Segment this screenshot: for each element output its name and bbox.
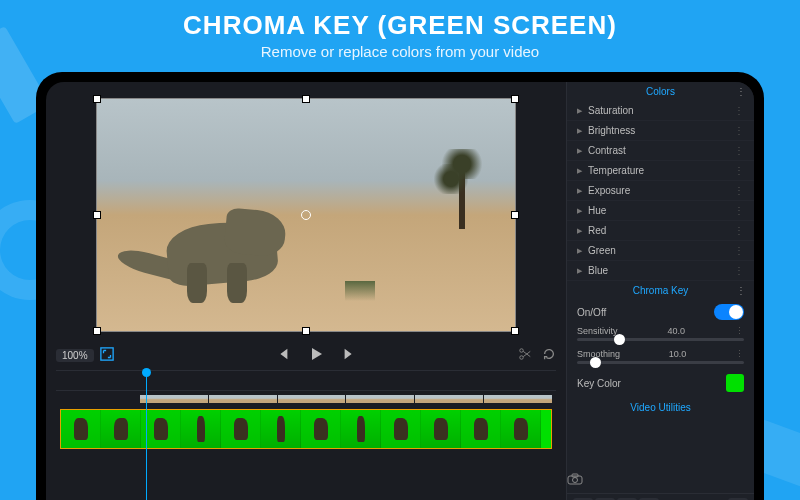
fullscreen-icon[interactable]: [100, 347, 114, 363]
onoff-label: On/Off: [577, 307, 606, 318]
timeline-thumb[interactable]: [484, 395, 552, 403]
timeline-thumb[interactable]: [415, 395, 483, 403]
video-preview[interactable]: [96, 98, 516, 332]
prop-brightness[interactable]: ▶Brightness⋮: [567, 121, 754, 141]
loop-icon[interactable]: [542, 347, 556, 363]
chroma-onoff-row: On/Off: [567, 300, 754, 324]
more-icon[interactable]: ⋮: [736, 285, 746, 296]
more-icon[interactable]: ⋮: [735, 349, 744, 359]
preview-tree: [459, 169, 465, 229]
colors-section-header: Colors⋮: [567, 82, 754, 101]
sensitivity-label: Sensitivity: [577, 326, 618, 336]
prop-blue[interactable]: ▶Blue⋮: [567, 261, 754, 281]
prop-red[interactable]: ▶Red⋮: [567, 221, 754, 241]
chroma-section-header: Chroma Key⋮: [567, 281, 754, 300]
crop-handle[interactable]: [303, 328, 309, 334]
crop-handle[interactable]: [512, 328, 518, 334]
playhead[interactable]: [146, 371, 147, 500]
prop-saturation[interactable]: ▶Saturation⋮: [567, 101, 754, 121]
hero-title: CHROMA KEY (GREEN SCREEN): [0, 10, 800, 41]
zoom-badge[interactable]: 100%: [56, 349, 94, 362]
green-screen-track[interactable]: [60, 409, 552, 449]
properties-panel: Colors⋮ ▶Saturation⋮ ▶Brightness⋮ ▶Contr…: [566, 82, 754, 500]
timeline-ruler[interactable]: [56, 377, 556, 391]
key-color-swatch[interactable]: [726, 374, 744, 392]
prev-frame-icon[interactable]: [276, 347, 290, 363]
play-icon[interactable]: [308, 346, 324, 364]
prop-temperature[interactable]: ▶Temperature⋮: [567, 161, 754, 181]
prop-contrast[interactable]: ▶Contrast⋮: [567, 141, 754, 161]
timeline-thumb[interactable]: [209, 395, 277, 403]
chroma-toggle[interactable]: [714, 304, 744, 320]
crop-handle[interactable]: [94, 96, 100, 102]
sensitivity-slider[interactable]: [577, 338, 744, 341]
center-anchor-icon[interactable]: [301, 210, 311, 220]
crop-handle[interactable]: [512, 96, 518, 102]
next-frame-icon[interactable]: [342, 347, 356, 363]
svg-point-1: [520, 356, 524, 360]
timeline-thumb[interactable]: [140, 395, 208, 403]
prop-exposure[interactable]: ▶Exposure⋮: [567, 181, 754, 201]
colors-list: ▶Saturation⋮ ▶Brightness⋮ ▶Contrast⋮ ▶Te…: [567, 101, 754, 281]
device-frame: 100%: [36, 72, 764, 500]
timeline-thumb[interactable]: [346, 395, 414, 403]
preview-grass: [345, 281, 375, 301]
crop-handle[interactable]: [512, 212, 518, 218]
preview-controls: 100%: [56, 340, 556, 370]
preview-dinosaur: [147, 163, 327, 303]
preview-area: [56, 90, 556, 340]
more-icon[interactable]: ⋮: [735, 326, 744, 336]
bottom-toolbar: ✔ ⧉ 📋 🗑 ⛓: [567, 493, 754, 500]
key-color-label: Key Color: [577, 378, 621, 389]
timeline-thumb[interactable]: [278, 395, 346, 403]
svg-point-4: [573, 478, 578, 483]
crop-handle[interactable]: [94, 212, 100, 218]
smoothing-slider[interactable]: [577, 361, 744, 364]
timeline[interactable]: [56, 370, 556, 500]
more-icon[interactable]: ⋮: [736, 86, 746, 97]
crop-handle[interactable]: [94, 328, 100, 334]
crop-handle[interactable]: [303, 96, 309, 102]
smoothing-row: Smoothing10.0⋮: [567, 347, 754, 370]
cut-icon[interactable]: [518, 347, 532, 363]
app-screen: 100%: [46, 82, 754, 500]
smoothing-value: 10.0: [669, 349, 687, 359]
sensitivity-value: 40.0: [667, 326, 685, 336]
sensitivity-row: Sensitivity40.0⋮: [567, 324, 754, 347]
prop-hue[interactable]: ▶Hue⋮: [567, 201, 754, 221]
camera-icon[interactable]: [567, 473, 754, 485]
prop-green[interactable]: ▶Green⋮: [567, 241, 754, 261]
video-utilities-button[interactable]: Video Utilities: [567, 396, 754, 419]
hero-subtitle: Remove or replace colors from your video: [0, 43, 800, 60]
svg-rect-0: [100, 348, 112, 360]
camera-row: [567, 465, 754, 493]
svg-point-2: [520, 349, 524, 353]
key-color-row: Key Color: [567, 370, 754, 396]
editor-left-pane: 100%: [46, 82, 566, 500]
